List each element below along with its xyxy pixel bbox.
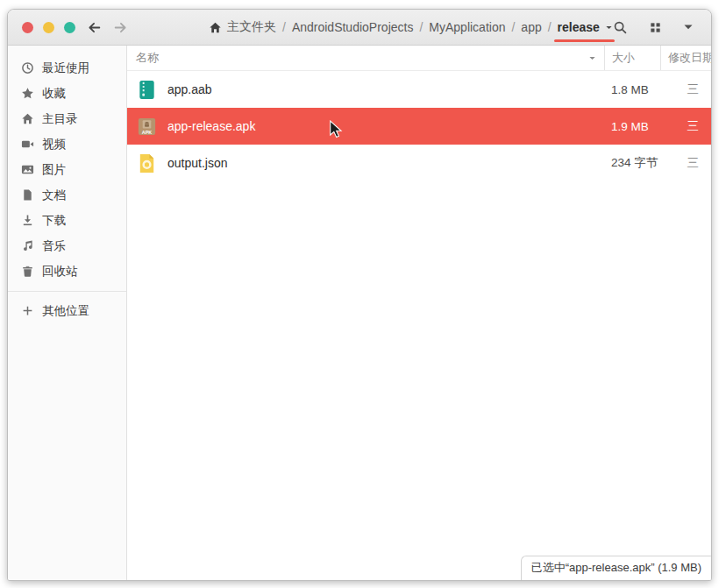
sidebar-item-label: 收藏 [42, 86, 66, 102]
video-icon [21, 138, 34, 151]
maximize-window-button[interactable] [64, 22, 75, 33]
column-header-name[interactable]: 名称 [127, 46, 604, 70]
column-header-size[interactable]: 大小 [604, 46, 660, 70]
sidebar-item-label: 最近使用 [42, 60, 89, 76]
file-modified: 三 [660, 118, 711, 134]
sidebar-item-music[interactable]: 音乐 [8, 233, 126, 259]
list-header: 名称 大小 修改日期 [127, 46, 711, 71]
sidebar-item-label: 主目录 [42, 111, 78, 127]
sidebar-item-label: 其他位置 [42, 303, 89, 319]
file-modified: 三 [660, 81, 711, 97]
breadcrumb-current[interactable]: release [558, 20, 613, 34]
breadcrumb-segment[interactable]: MyApplication [429, 20, 505, 34]
close-window-button[interactable] [22, 22, 33, 33]
window-controls [22, 22, 75, 33]
sidebar-separator [8, 291, 126, 292]
forward-button[interactable] [112, 19, 128, 35]
sidebar-item-label: 下载 [42, 213, 66, 229]
breadcrumb-separator: / [282, 20, 286, 34]
archive-file-icon [136, 79, 158, 101]
image-icon [21, 163, 34, 176]
download-icon [21, 214, 34, 227]
sidebar-item-other-locations[interactable]: 其他位置 [8, 298, 126, 323]
sidebar: 最近使用 收藏 主目录 视频 图片 文档 [8, 46, 127, 580]
sidebar-item-downloads[interactable]: 下载 [8, 208, 126, 233]
star-icon [21, 87, 34, 100]
file-list-pane: 名称 大小 修改日期 app.aab 1.8 MB 三 [127, 46, 711, 580]
file-row-app-release-apk[interactable]: APK app-release.apk 1.9 MB 三 [127, 108, 711, 145]
home-icon [21, 112, 34, 125]
back-button[interactable] [86, 19, 102, 35]
window-body: 最近使用 收藏 主目录 视频 图片 文档 [8, 46, 711, 580]
sidebar-item-recent[interactable]: 最近使用 [8, 55, 126, 81]
sidebar-item-starred[interactable]: 收藏 [8, 81, 126, 106]
sidebar-item-trash[interactable]: 回收站 [8, 259, 126, 284]
file-modified: 三 [660, 155, 711, 171]
trash-icon [21, 265, 34, 278]
sidebar-item-pictures[interactable]: 图片 [8, 157, 126, 182]
file-size: 1.8 MB [604, 83, 660, 96]
file-manager-window: 主文件夹 / AndroidStudioProjects / MyApplica… [7, 9, 712, 581]
sort-descending-icon [588, 54, 596, 62]
chevron-down-icon [605, 24, 613, 32]
minimize-window-button[interactable] [43, 22, 54, 33]
sidebar-item-home[interactable]: 主目录 [8, 106, 126, 131]
sidebar-item-label: 回收站 [42, 264, 78, 280]
sidebar-item-videos[interactable]: 视频 [8, 131, 126, 157]
sidebar-item-label: 音乐 [42, 238, 66, 254]
sidebar-item-documents[interactable]: 文档 [8, 182, 126, 208]
navigation-arrows [86, 19, 128, 35]
file-size: 234 字节 [604, 155, 660, 171]
header-bar: 主文件夹 / AndroidStudioProjects / MyApplica… [8, 10, 711, 46]
header-actions [613, 20, 712, 35]
sidebar-item-label: 图片 [42, 162, 66, 178]
music-icon [21, 239, 34, 252]
apk-file-icon: APK [136, 116, 158, 138]
file-size: 1.9 MB [604, 120, 660, 133]
plus-icon [21, 304, 34, 317]
home-icon [209, 21, 222, 34]
breadcrumb: 主文件夹 / AndroidStudioProjects / MyApplica… [209, 19, 613, 35]
breadcrumb-current-label: release [558, 20, 600, 34]
grid-view-icon[interactable] [649, 21, 662, 34]
json-file-icon [136, 152, 158, 174]
breadcrumb-segment[interactable]: AndroidStudioProjects [292, 20, 414, 34]
file-name: app-release.apk [167, 119, 255, 133]
breadcrumb-separator: / [511, 20, 515, 34]
file-name: output.json [167, 156, 228, 170]
view-options-icon[interactable] [683, 22, 694, 32]
sidebar-item-label: 文档 [42, 188, 66, 203]
breadcrumb-separator: / [419, 20, 423, 34]
sidebar-item-label: 视频 [42, 137, 66, 152]
breadcrumb-home[interactable]: 主文件夹 [227, 19, 276, 35]
column-header-modified[interactable]: 修改日期 [660, 46, 711, 70]
breadcrumb-separator: / [548, 20, 552, 34]
breadcrumb-segment[interactable]: app [521, 20, 541, 34]
file-row-app-aab[interactable]: app.aab 1.8 MB 三 [127, 71, 711, 108]
file-name: app.aab [167, 82, 212, 96]
search-icon[interactable] [613, 20, 628, 35]
file-row-output-json[interactable]: output.json 234 字节 三 [127, 145, 711, 181]
svg-text:APK: APK [142, 129, 152, 134]
selection-status-bar: 已选中“app-release.apk” (1.9 MB) [521, 556, 711, 580]
clock-icon [21, 61, 34, 74]
document-icon [21, 188, 34, 202]
